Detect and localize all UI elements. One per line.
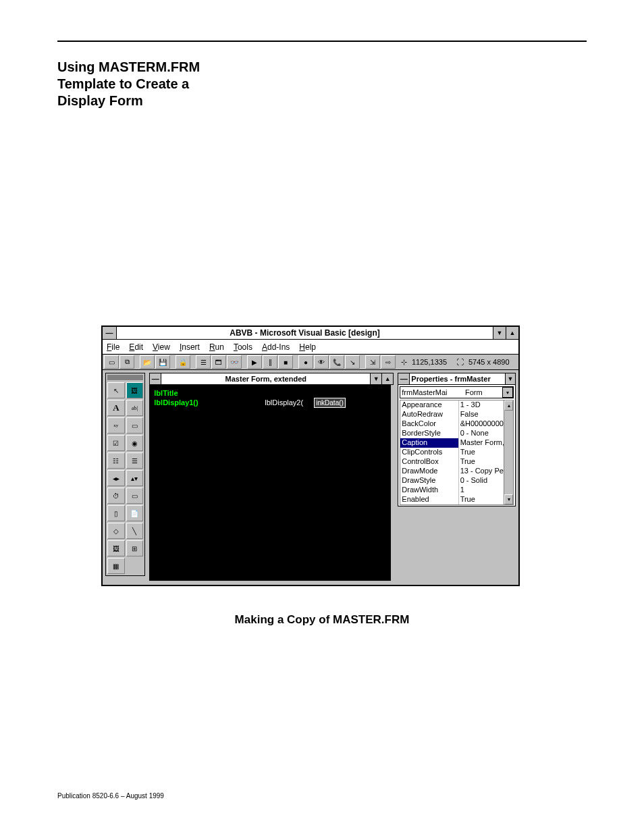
toolbar-end-icon[interactable]: ■: [278, 355, 293, 369]
tool-dirlistbox-icon[interactable]: ▯: [107, 505, 125, 521]
tool-pointer-icon[interactable]: ↖: [107, 382, 125, 398]
tool-shape-icon[interactable]: ◇: [107, 523, 125, 539]
menu-tools[interactable]: Tools: [234, 342, 252, 352]
object-selector[interactable]: frmMasterMai Form ▾: [400, 386, 514, 398]
minimize-button[interactable]: ▼: [493, 327, 506, 339]
properties-title: Properties - frmMaster: [410, 373, 505, 384]
properties-titlebar[interactable]: — Properties - frmMaster ▼: [398, 373, 515, 385]
toolbar-watch-icon[interactable]: 👁: [314, 355, 329, 369]
tool-image-icon[interactable]: 🖼: [107, 540, 125, 556]
menu-run[interactable]: Run: [209, 342, 224, 352]
menu-file[interactable]: File: [107, 342, 119, 352]
toolbar-calls-icon[interactable]: 📞: [329, 355, 344, 369]
tool-picturebox-icon[interactable]: 🖼: [126, 382, 144, 398]
toolbar-start-icon[interactable]: ▶: [247, 355, 262, 369]
tool-checkbox-icon[interactable]: ☑: [107, 435, 125, 451]
toolbox-titlebar[interactable]: [107, 375, 143, 380]
property-row[interactable]: ClipControlsTrue: [400, 448, 513, 457]
toolbar-object-browser-icon[interactable]: 👓: [227, 355, 242, 369]
maximize-button[interactable]: ▲: [506, 327, 518, 339]
control-lbldisplay1[interactable]: lblDisplay1(): [154, 398, 198, 407]
form-canvas[interactable]: lblTitle lblDisplay1() lblDisplay2( inkD…: [149, 385, 391, 581]
object-type: Form: [464, 388, 502, 396]
menubar: File Edit View Insert Run Tools Add-Ins …: [103, 340, 518, 355]
heading-line: Template to Create a: [57, 76, 587, 93]
tool-label-icon[interactable]: A: [107, 400, 125, 416]
property-row[interactable]: BorderStyle0 - None: [400, 429, 513, 438]
tool-combobox-icon[interactable]: ☷: [107, 452, 125, 469]
menu-edit[interactable]: Edit: [129, 342, 143, 352]
control-inkdata[interactable]: inkData(): [314, 398, 346, 408]
toolbar-breakpoint-icon[interactable]: ●: [298, 355, 313, 369]
property-name: AutoRedraw: [400, 410, 458, 419]
property-name: ClipControls: [400, 448, 458, 457]
property-row[interactable]: ControlBoxTrue: [400, 457, 513, 467]
minimize-button[interactable]: ▼: [505, 373, 515, 384]
minimize-button[interactable]: ▼: [370, 373, 381, 384]
toolbar-open-icon[interactable]: 📂: [140, 355, 155, 369]
app-title: ABVB - Microsoft Visual Basic [design]: [117, 327, 493, 339]
system-menu-icon[interactable]: —: [398, 373, 410, 384]
property-row[interactable]: BackColor&H00000000&: [400, 419, 513, 429]
scroll-up-icon[interactable]: ▴: [504, 400, 513, 411]
control-lbltitle[interactable]: lblTitle: [154, 389, 178, 397]
menu-help[interactable]: Help: [299, 342, 316, 352]
property-name: Caption: [400, 438, 458, 448]
toolbar-step-icon[interactable]: ↘: [345, 355, 360, 369]
menu-addins[interactable]: Add-Ins: [262, 342, 290, 352]
toolbar: ▭ ⧉ 📂 💾 🔒 ☰ 🗔 👓 ▶ ‖ ■ ● 👁 📞 ↘: [103, 355, 518, 370]
publication-footer: Publication 8520-6.6 – August 1999: [57, 792, 587, 800]
tool-ole-icon[interactable]: ▦: [107, 558, 125, 574]
property-name: DrawStyle: [400, 476, 458, 486]
menu-view[interactable]: View: [153, 342, 170, 352]
system-menu-icon[interactable]: —: [103, 327, 117, 339]
tool-filelistbox-icon[interactable]: 📄: [126, 505, 144, 521]
toolbar-save-icon[interactable]: 💾: [155, 355, 170, 369]
toolbar-step-into-icon[interactable]: ⇲: [365, 355, 380, 369]
tool-optionbutton-icon[interactable]: ◉: [126, 435, 144, 451]
property-row[interactable]: DrawWidth1: [400, 486, 513, 495]
tool-drivelistbox-icon[interactable]: ▭: [126, 488, 144, 504]
toolbar-lock-icon[interactable]: 🔒: [176, 355, 190, 369]
toolbar-break-icon[interactable]: ‖: [263, 355, 277, 369]
tool-line-icon[interactable]: ╲: [126, 523, 144, 539]
figure-caption: Making a Copy of MASTER.FRM: [57, 613, 587, 627]
tool-hscrollbar-icon[interactable]: ◂▸: [107, 470, 125, 486]
ide-screenshot: — ABVB - Microsoft Visual Basic [design]…: [101, 325, 520, 586]
toolbar-properties-icon[interactable]: 🗔: [211, 355, 226, 369]
property-name: Enabled: [400, 495, 458, 504]
toolbar-new-form-icon[interactable]: ▭: [104, 355, 119, 369]
tool-listbox-icon[interactable]: ☰: [126, 452, 144, 469]
property-row[interactable]: CaptionMaster Form, e: [400, 438, 513, 448]
dropdown-icon[interactable]: ▾: [502, 387, 513, 398]
tool-textbox-icon[interactable]: ab|: [126, 400, 144, 416]
scroll-down-icon[interactable]: ▾: [504, 494, 513, 504]
object-name: frmMasterMai: [400, 388, 464, 396]
tool-data-icon[interactable]: ⊞: [126, 540, 144, 556]
form-designer: — Master Form, extended ▼ ▲ lblTitle lbl…: [149, 373, 394, 581]
toolbar-step-over-icon[interactable]: ⇨: [381, 355, 396, 369]
menu-insert[interactable]: Insert: [180, 342, 200, 352]
scrollbar[interactable]: ▴ ▾: [504, 400, 513, 504]
property-name: BackColor: [400, 419, 458, 429]
control-lbldisplay2[interactable]: lblDisplay2(: [265, 398, 303, 407]
system-menu-icon[interactable]: —: [150, 373, 161, 384]
header-rule: [57, 41, 587, 42]
ide-titlebar: — ABVB - Microsoft Visual Basic [design]…: [103, 327, 518, 340]
maximize-button[interactable]: ▲: [381, 373, 393, 384]
tool-commandbutton-icon[interactable]: ▭: [126, 417, 144, 434]
toolbar-new-module-icon[interactable]: ⧉: [119, 355, 134, 369]
property-row[interactable]: DrawStyle0 - Solid: [400, 476, 513, 486]
property-row[interactable]: DrawMode13 - Copy Pen: [400, 467, 513, 476]
designer-titlebar[interactable]: — Master Form, extended ▼ ▲: [149, 373, 394, 385]
size-coords: 5745 x 4890: [468, 358, 510, 366]
tool-vscrollbar-icon[interactable]: ▴▾: [126, 470, 144, 486]
property-row[interactable]: EnabledTrue: [400, 495, 513, 504]
property-row[interactable]: AutoRedrawFalse: [400, 410, 513, 419]
property-name: Appearance: [400, 400, 458, 410]
toolbar-menu-editor-icon[interactable]: ☰: [196, 355, 211, 369]
tool-timer-icon[interactable]: ⏱: [107, 488, 125, 504]
property-row[interactable]: Appearance1 - 3D: [400, 400, 513, 410]
tool-frame-icon[interactable]: xy: [107, 417, 125, 434]
position-icon: ⊹: [401, 358, 407, 367]
